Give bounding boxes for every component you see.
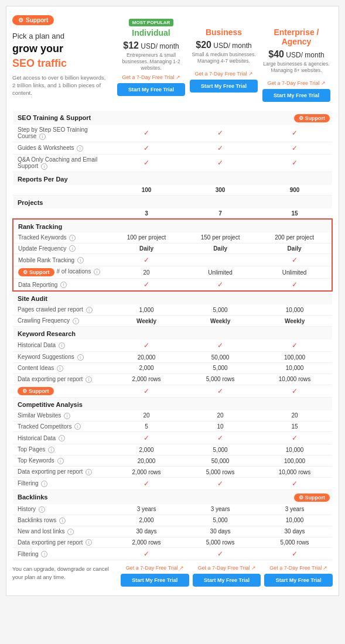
info-icon[interactable]: i: [67, 529, 74, 535]
bottom-trial-link-business[interactable]: Get a 7-Day Free Trial ↗: [193, 565, 261, 571]
table-row: Data Reporting i ✓ ✓ ✓: [13, 279, 332, 292]
table-row: Filtering i ✓ ✓ ✓: [13, 548, 332, 560]
bottom-trial-btn-enterprise[interactable]: Start My Free Trial: [264, 574, 333, 587]
table-row: Historical Data i ✓ ✓ ✓: [13, 340, 332, 352]
info-icon[interactable]: i: [86, 307, 93, 313]
most-popular-badge: MOST POPULAR: [129, 19, 173, 26]
info-icon[interactable]: i: [77, 354, 84, 361]
trial-btn-individual[interactable]: Start My Free Trial: [117, 83, 185, 96]
bottom-trial-btn-individual[interactable]: Start My Free Trial: [121, 574, 189, 587]
table-row: Mobile Rank Tracking i ✓ ✓: [13, 254, 332, 266]
trial-btn-business[interactable]: Start My Free Trial: [190, 80, 258, 93]
table-row: Filtering i ✓ ✓ ✓: [13, 478, 332, 490]
info-icon[interactable]: i: [69, 245, 76, 252]
bottom-plan-enterprise: Get a 7-Day Free Trial ↗ Start My Free T…: [264, 565, 333, 587]
table-row: Q&A Only Coaching and Email Support i ✓ …: [13, 154, 332, 172]
info-icon[interactable]: i: [41, 551, 47, 557]
trial-link-business[interactable]: Get a 7-Day Free Trial ↗: [190, 71, 258, 77]
table-row: Keyword Suggestions i 20,000 50,000 100,…: [13, 352, 332, 363]
support-icon-rank: ⚙: [23, 269, 28, 275]
table-row: Similar Websites i 20 20 20: [13, 410, 332, 421]
table-row: Data exporting per report i 2,000 rows 5…: [13, 537, 332, 548]
plan-desc-individual: Entrepreneurs & small businesses. Managi…: [117, 52, 185, 71]
table-row: Step by Step SEO Training Course i ✓ ✓ ✓: [13, 125, 332, 142]
plan-desc-business: Small & medium businesses. Managing 4-7 …: [190, 52, 258, 68]
bottom-note: You can upgrade, downgrade or cancel you…: [12, 565, 115, 581]
info-icon[interactable]: i: [64, 413, 70, 419]
page-container: ⚙ Support Pick a plan and grow your SEO …: [6, 6, 339, 596]
info-icon[interactable]: i: [57, 458, 64, 464]
section-keyword-research: Keyword Research: [13, 327, 332, 340]
plan-header-individual: MOST POPULAR Individual $12 USD/ month E…: [115, 15, 187, 108]
bottom-plans: Get a 7-Day Free Trial ↗ Start My Free T…: [121, 565, 333, 587]
info-icon[interactable]: i: [39, 133, 46, 140]
hero-text: Pick a plan and grow your SEO traffic: [12, 31, 110, 71]
info-icon[interactable]: i: [59, 435, 65, 441]
info-icon[interactable]: i: [77, 257, 84, 263]
trial-btn-enterprise[interactable]: Start My Free Trial: [262, 89, 330, 102]
info-icon[interactable]: i: [48, 447, 54, 453]
support-badge-rank[interactable]: ⚙ Support: [18, 268, 54, 276]
bottom-trial-link-enterprise[interactable]: Get a 7-Day Free Trial ↗: [264, 565, 333, 571]
info-icon[interactable]: i: [60, 282, 67, 288]
table-row: History i 3 years 3 years 3 years: [13, 504, 332, 515]
plan-name-individual: Individual: [117, 28, 185, 37]
plan-header-enterprise: Enterprise / Agency $40 USD/ month Large…: [260, 15, 333, 108]
section-reports: Reports Per Day: [13, 172, 332, 185]
info-icon[interactable]: i: [41, 163, 47, 170]
plan-price-enterprise: $40 USD/ month: [262, 49, 330, 60]
plan-name-business: Business: [190, 28, 258, 37]
table-row: Data exporting per report i 2,000 rows 5…: [13, 467, 332, 478]
plan-name-enterprise: Enterprise / Agency: [262, 28, 330, 46]
trial-link-individual[interactable]: Get a 7-Day Free Trial ↗: [117, 74, 185, 80]
table-row: New and lost links i 30 days 30 days 30 …: [13, 526, 332, 537]
trial-link-enterprise[interactable]: Get a 7-Day Free Trial ↗: [262, 80, 330, 86]
plan-desc-enterprise: Large businesses & agencies. Managing 8+…: [262, 61, 330, 77]
info-icon[interactable]: i: [41, 481, 47, 487]
section-seo-training: SEO Training & Support ⚙ Support: [13, 111, 332, 125]
section-backlinks: Backlinks ⚙ Support: [13, 490, 332, 505]
table-row: Top Pages i 2,000 5,000 10,000: [13, 444, 332, 455]
support-badge-label: Support: [26, 17, 48, 23]
bottom-trial-link-individual[interactable]: Get a 7-Day Free Trial ↗: [121, 565, 189, 571]
info-icon[interactable]: i: [74, 423, 81, 430]
table-row: Historical Data i ✓ ✓ ✓: [13, 432, 332, 444]
support-badge-seo[interactable]: ⚙ Support: [294, 114, 330, 122]
section-competitive: Competitive Analysis: [13, 397, 332, 410]
plan-header-business: Business $20 USD/ month Small & medium b…: [187, 15, 260, 108]
info-icon[interactable]: i: [86, 376, 92, 383]
info-icon[interactable]: i: [73, 318, 79, 324]
table-row: Tracked Keywords i 100 per project 150 p…: [13, 232, 332, 243]
info-icon[interactable]: i: [94, 269, 100, 275]
table-row: Guides & Worksheets i ✓ ✓ ✓: [13, 142, 332, 154]
table-row: Top Keywords i 20,000 50,000 100,000: [13, 455, 332, 467]
table-row: Backlinks rows i 2,000 5,000 10,000: [13, 515, 332, 526]
table-row: Pages crawled per report i 1,000 5,000 1…: [13, 304, 332, 315]
info-icon[interactable]: i: [39, 506, 45, 513]
info-icon[interactable]: i: [59, 342, 65, 349]
hero-sub: Get access to over 6 billion keywords, 2…: [12, 74, 110, 97]
plan-price-business: $20 USD/ month: [190, 40, 258, 50]
support-badge-backlinks[interactable]: ⚙ Support: [294, 494, 330, 502]
table-row: Update Frequency i Daily Daily Daily: [13, 243, 332, 254]
left-panel: ⚙ Support Pick a plan and grow your SEO …: [12, 15, 115, 108]
table-row: 100 300 900: [13, 185, 332, 196]
table-row: Crawling Frequency i Weekly Weekly Weekl…: [13, 316, 332, 327]
bottom-plan-individual: Get a 7-Day Free Trial ↗ Start My Free T…: [121, 565, 189, 587]
table-row: 3 7 15: [13, 208, 332, 219]
info-icon[interactable]: i: [69, 235, 76, 241]
support-badge-keyword[interactable]: ⚙ Support: [18, 387, 54, 395]
info-icon[interactable]: i: [86, 539, 92, 546]
info-icon[interactable]: i: [57, 365, 63, 372]
support-badge-top[interactable]: ⚙ Support: [12, 15, 54, 25]
section-projects: Projects: [13, 195, 332, 208]
bottom-section: You can upgrade, downgrade or cancel you…: [12, 565, 333, 587]
table-row: Content Ideas i 2,000 5,000 10,000: [13, 363, 332, 374]
info-icon[interactable]: i: [77, 145, 83, 152]
info-icon[interactable]: i: [59, 518, 66, 524]
support-icon: ⚙: [18, 17, 23, 23]
info-icon[interactable]: i: [86, 469, 92, 475]
table-row: Tracked Competitors i 5 10 15: [13, 421, 332, 432]
bottom-trial-btn-business[interactable]: Start My Free Trial: [193, 574, 261, 587]
plans-grid-header: MOST POPULAR Individual $12 USD/ month E…: [115, 15, 333, 108]
